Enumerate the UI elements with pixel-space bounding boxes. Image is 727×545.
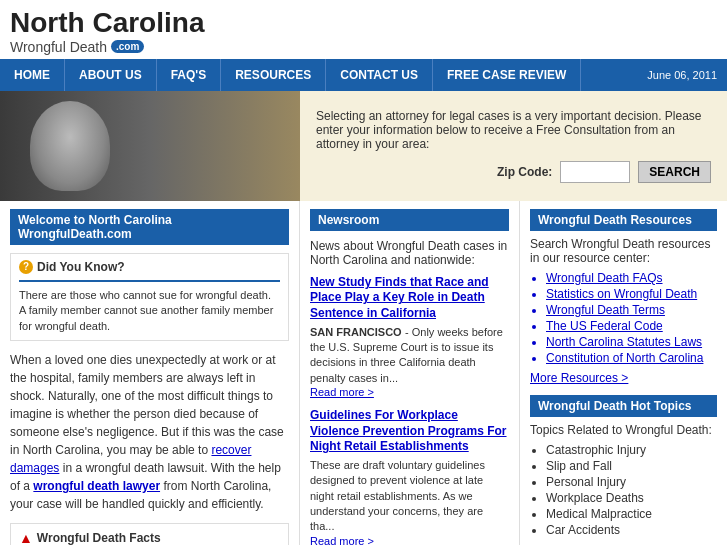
dyk-title-text: Did You Know? <box>37 260 125 274</box>
hot-topics-list: Catastrophic Injury Slip and Fall Person… <box>530 443 717 537</box>
hero-section: Selecting an attorney for legal cases is… <box>0 91 727 201</box>
read-more-1[interactable]: Read more > <box>310 386 509 398</box>
resource-link-3[interactable]: The US Federal Code <box>546 319 717 333</box>
dyk-icon: ? <box>19 260 33 274</box>
right-column: Wrongful Death Resources Search Wrongful… <box>520 201 727 545</box>
nav-date: June 06, 2011 <box>647 59 727 91</box>
hero-image <box>0 91 300 201</box>
news-item-2: Guidelines For Workplace Violence Preven… <box>310 408 509 545</box>
zip-input[interactable] <box>560 161 630 183</box>
newsroom-header: Newsroom <box>310 209 509 231</box>
com-badge: .com <box>111 40 144 53</box>
news-body-2: These are draft voluntary guidelines des… <box>310 459 485 533</box>
site-header: North Carolina Wrongful Death .com <box>0 0 727 59</box>
more-resources-link[interactable]: More Resources > <box>530 371 717 385</box>
nav-free-case[interactable]: FREE CASE REVIEW <box>433 59 581 91</box>
news-intro: News about Wrongful Death cases in North… <box>310 239 509 267</box>
resource-link-2[interactable]: Wrongful Death Terms <box>546 303 717 317</box>
did-you-know-box: ? Did You Know? There are those who cann… <box>10 253 289 341</box>
nav-home[interactable]: HOME <box>0 59 65 91</box>
nav-resources[interactable]: RESOURCES <box>221 59 326 91</box>
hero-text: Selecting an attorney for legal cases is… <box>316 109 711 151</box>
news-title-1[interactable]: New Study Finds that Race and Place Play… <box>310 275 509 322</box>
hot-topic-3: Workplace Deaths <box>546 491 717 505</box>
left-column: Welcome to North Carolina WrongfulDeath.… <box>0 201 300 545</box>
resource-link-4[interactable]: North Carolina Statutes Laws <box>546 335 717 349</box>
site-subtitle: Wrongful Death .com <box>10 39 717 55</box>
resource-link-1[interactable]: Statistics on Wrongful Death <box>546 287 717 301</box>
zip-row: Zip Code: SEARCH <box>316 161 711 183</box>
dyk-title: ? Did You Know? <box>19 260 280 274</box>
nav-faqs[interactable]: FAQ'S <box>157 59 222 91</box>
wf-title-text: Wrongful Death Facts <box>37 531 161 545</box>
hot-topic-1: Slip and Fall <box>546 459 717 473</box>
hot-topic-2: Personal Injury <box>546 475 717 489</box>
hot-topics-intro: Topics Related to Wrongful Death: <box>530 423 717 437</box>
hot-topic-0: Catastrophic Injury <box>546 443 717 457</box>
main-text-1: When a loved one dies unexpectedly at wo… <box>10 353 284 457</box>
middle-column: Newsroom News about Wrongful Death cases… <box>300 201 520 545</box>
news-location-1: SAN FRANCISCO <box>310 326 402 338</box>
resources-list: Wrongful Death FAQs Statistics on Wrongf… <box>530 271 717 365</box>
subtitle-text: Wrongful Death <box>10 39 107 55</box>
main-content: Welcome to North Carolina WrongfulDeath.… <box>0 201 727 545</box>
nav-about[interactable]: ABOUT US <box>65 59 157 91</box>
wrongful-death-lawyer-link[interactable]: wrongful death lawyer <box>33 479 160 493</box>
resources-intro: Search Wrongful Death resources in our r… <box>530 237 717 265</box>
zip-label: Zip Code: <box>497 165 552 179</box>
wf-title: ▲ Wrongful Death Facts <box>19 530 280 545</box>
main-body-text: When a loved one dies unexpectedly at wo… <box>10 351 289 513</box>
wf-icon: ▲ <box>19 530 33 545</box>
hero-form: Selecting an attorney for legal cases is… <box>300 91 727 201</box>
dyk-divider <box>19 280 280 282</box>
nav-contact[interactable]: CONTACT US <box>326 59 433 91</box>
hero-photo <box>0 91 300 201</box>
dyk-text: There are those who cannot sue for wrong… <box>19 288 280 334</box>
news-title-2[interactable]: Guidelines For Workplace Violence Preven… <box>310 408 509 455</box>
hot-topics-header: Wrongful Death Hot Topics <box>530 395 717 417</box>
read-more-2[interactable]: Read more > <box>310 535 509 545</box>
welcome-header: Welcome to North Carolina WrongfulDeath.… <box>10 209 289 245</box>
hot-topic-5: Car Accidents <box>546 523 717 537</box>
hot-topics-section: Wrongful Death Hot Topics Topics Related… <box>530 395 717 537</box>
resource-link-0[interactable]: Wrongful Death FAQs <box>546 271 717 285</box>
main-nav: HOME ABOUT US FAQ'S RESOURCES CONTACT US… <box>0 59 727 91</box>
news-item-1: New Study Finds that Race and Place Play… <box>310 275 509 398</box>
site-title: North Carolina <box>10 8 717 39</box>
resources-header: Wrongful Death Resources <box>530 209 717 231</box>
search-button[interactable]: SEARCH <box>638 161 711 183</box>
resource-link-5[interactable]: Constitution of North Carolina <box>546 351 717 365</box>
hot-topic-4: Medical Malpractice <box>546 507 717 521</box>
wrongful-facts-box: ▲ Wrongful Death Facts Wrongful Death St… <box>10 523 289 545</box>
